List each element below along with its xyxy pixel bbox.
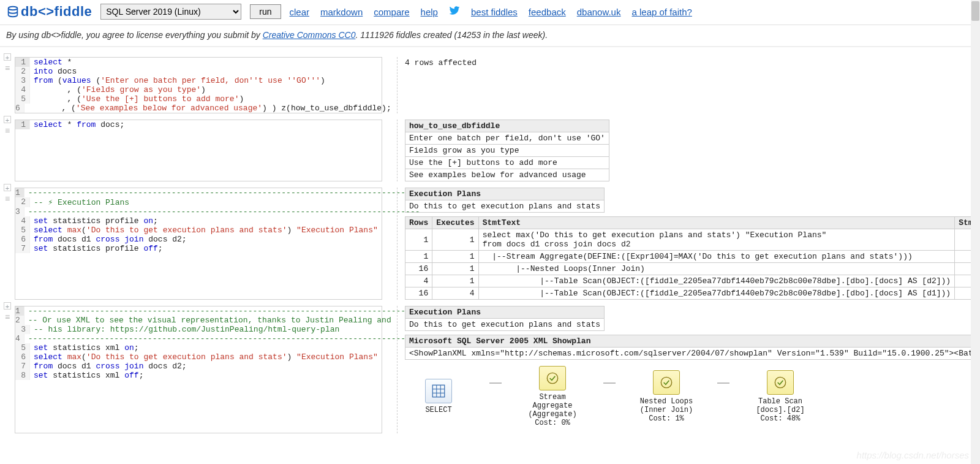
- result-pane: Execution PlansDo this to get execution …: [397, 306, 975, 433]
- code-line[interactable]: set statistics profile off;: [30, 244, 167, 253]
- line-number: 6: [15, 104, 24, 113]
- plan-node[interactable]: Nested Loops(Inner Join)Cost: 1%: [633, 370, 700, 423]
- link-best-fiddles[interactable]: best fiddles: [471, 7, 518, 17]
- scrollbar-thumb[interactable]: [971, 1, 979, 21]
- operation-icon: [767, 370, 794, 395]
- plan-node-subtitle: (Inner Join): [633, 406, 700, 414]
- add-batch-button[interactable]: +: [4, 184, 11, 191]
- engine-select[interactable]: SQL Server 2019 (Linux): [100, 4, 241, 20]
- logo-db: db: [21, 4, 38, 20]
- page-scrollbar[interactable]: [971, 0, 980, 449]
- table-row: 161 |--Nested Loops(Inner Join)13: [405, 263, 976, 275]
- code-line[interactable]: ----------------------------------------…: [24, 207, 424, 216]
- code-line[interactable]: ----------------------------------------…: [24, 334, 424, 343]
- plan-node-cost: Cost: 48%: [747, 414, 814, 423]
- result-table: how_to_use_dbfiddleEnter one batch per f…: [405, 120, 609, 181]
- add-batch-button[interactable]: +: [4, 302, 11, 310]
- code-line[interactable]: select * from docs;: [30, 120, 128, 129]
- code-line[interactable]: ----------------------------------------…: [24, 306, 424, 316]
- table-row: Use the [+] buttons to add more: [405, 157, 609, 169]
- link-compare[interactable]: compare: [374, 7, 409, 17]
- table-row: Fields grow as you type: [405, 145, 609, 157]
- table-cell: 1: [432, 275, 478, 287]
- table-cell: 1: [432, 229, 478, 251]
- batch: +≡1select * from docs;how_to_use_dbfiddl…: [5, 120, 975, 181]
- twitter-icon[interactable]: [449, 5, 460, 19]
- plan-node[interactable]: SELECT: [405, 379, 472, 414]
- drag-handle-icon[interactable]: ≡: [4, 127, 11, 134]
- sql-editor[interactable]: 1select *2into docs3from (values ('Enter…: [15, 57, 382, 113]
- plan-diagram: SELECTStream Aggregate(Aggregate)Cost: 0…: [405, 360, 975, 433]
- license-notice: By using db<>fiddle, you agree to licens…: [0, 25, 980, 47]
- plan-node-cost: Cost: 0%: [519, 419, 586, 427]
- code-line[interactable]: -- Or use XML to see the visual represen…: [24, 316, 395, 325]
- line-number: 1: [15, 120, 30, 129]
- link-markdown[interactable]: markdown: [320, 7, 363, 17]
- link-dbanow[interactable]: dbanow.uk: [577, 7, 621, 17]
- column-header: Executes: [432, 217, 478, 229]
- code-line[interactable]: set statistics xml off;: [30, 371, 147, 380]
- plan-node-title: Stream Aggregate: [519, 393, 586, 410]
- drag-handle-icon[interactable]: ≡: [4, 195, 11, 202]
- code-line[interactable]: -- his library: https://github.com/Justi…: [30, 325, 343, 334]
- showplan-scroll[interactable]: Microsoft SQL Server 2005 XML Showplan<S…: [405, 335, 975, 360]
- table-cell: 16: [405, 287, 432, 300]
- run-button[interactable]: run: [250, 4, 281, 19]
- code-line[interactable]: select max('Do this to get execution pla…: [30, 226, 382, 235]
- plan-node-subtitle: (Aggregate): [519, 410, 586, 419]
- drag-handle-icon[interactable]: ≡: [4, 313, 11, 321]
- plan-node[interactable]: Stream Aggregate(Aggregate)Cost: 0%: [519, 366, 586, 427]
- table-cell: 4: [432, 287, 478, 300]
- table-cell: |--Table Scan(OBJECT:([fiddle_2205ea77db…: [478, 275, 955, 287]
- sql-editor[interactable]: 1select * from docs;: [15, 120, 382, 181]
- add-batch-button[interactable]: +: [4, 53, 11, 61]
- code-line[interactable]: -- ⚡ Execution Plans: [30, 197, 133, 207]
- result-pane: how_to_use_dbfiddleEnter one batch per f…: [397, 120, 975, 181]
- table-row: 164 |--Table Scan(OBJECT:([fiddle_2205ea…: [405, 287, 976, 300]
- license-link[interactable]: Creative Commons CC0: [263, 30, 356, 40]
- plan-node-cost: Cost: 1%: [633, 414, 700, 423]
- code-line[interactable]: from docs d1 cross join docs d2;: [30, 235, 190, 244]
- plan-arrow: [717, 382, 729, 384]
- table-row: 11select max('Do this to get execution p…: [405, 229, 976, 251]
- db-icon: [6, 5, 20, 18]
- code-line[interactable]: select max('Do this to get execution pla…: [30, 352, 382, 362]
- plan-node-title: Nested Loops: [633, 397, 700, 406]
- table-cell: select max('Do this to get execution pla…: [478, 229, 955, 251]
- code-line[interactable]: from docs d1 cross join docs d2;: [30, 362, 190, 371]
- code-line[interactable]: ----------------------------------------…: [24, 188, 424, 197]
- line-number: 6: [15, 352, 30, 362]
- sql-editor[interactable]: 1---------------------------------------…: [15, 306, 382, 433]
- code-line[interactable]: select *: [30, 58, 75, 67]
- table-cell: |--Table Scan(OBJECT:([fiddle_2205ea77db…: [478, 287, 955, 300]
- add-batch-button[interactable]: +: [4, 116, 11, 123]
- line-number: 5: [15, 343, 30, 352]
- code-line[interactable]: set statistics profile on;: [30, 216, 162, 226]
- code-line[interactable]: , ('See examples below for advanced usag…: [24, 104, 395, 113]
- logo[interactable]: db<>fiddle: [6, 4, 92, 20]
- link-feedback[interactable]: feedback: [529, 7, 566, 17]
- operation-icon: [539, 366, 566, 390]
- line-number: 3: [15, 76, 30, 85]
- column-header: StmtText: [478, 217, 955, 229]
- plan-arrow: [603, 382, 616, 384]
- line-number: 3: [15, 325, 30, 334]
- link-leap[interactable]: a leap of faith?: [631, 7, 692, 17]
- batch: +≡1select *2into docs3from (values ('Ent…: [5, 57, 975, 113]
- batches: +≡1select *2into docs3from (values ('Ent…: [0, 47, 980, 449]
- svg-rect-1: [432, 385, 445, 397]
- link-help[interactable]: help: [421, 7, 438, 17]
- table-cell: 16: [405, 263, 432, 275]
- sql-editor[interactable]: 1---------------------------------------…: [15, 188, 382, 300]
- code-line[interactable]: from (values ('Enter one batch per field…: [30, 76, 329, 85]
- line-number: 2: [15, 316, 24, 325]
- code-line[interactable]: set statistics xml on;: [30, 343, 143, 352]
- code-line[interactable]: , ('Use the [+] buttons to add more'): [30, 94, 247, 104]
- code-line[interactable]: into docs: [30, 67, 80, 76]
- exec-plan-scroll[interactable]: RowsExecutesStmtTextStmtIdNodeIdF11selec…: [405, 216, 975, 300]
- plan-node[interactable]: Table Scan[docs].[d2]Cost: 48%: [747, 370, 814, 423]
- drag-handle-icon[interactable]: ≡: [4, 64, 11, 72]
- code-line[interactable]: , ('Fields grow as you type'): [30, 85, 209, 94]
- link-clear[interactable]: clear: [290, 7, 310, 17]
- result-message: 4 rows affected: [405, 57, 975, 70]
